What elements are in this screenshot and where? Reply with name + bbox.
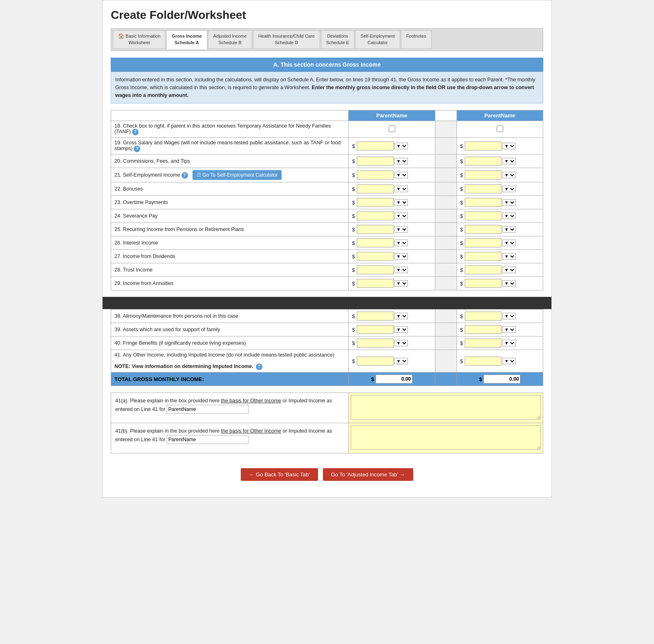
dropdown-40-p1[interactable]: ▼: [394, 340, 408, 346]
total-p1-value[interactable]: 0.00: [376, 375, 412, 384]
input-21-p2[interactable]: [465, 171, 502, 180]
checkbox-18-p1[interactable]: [389, 126, 395, 132]
dropdown-39-p2[interactable]: ▼: [502, 326, 516, 333]
section-info: Information entered in this section, inc…: [111, 72, 543, 103]
explain-41b-parent-input[interactable]: [167, 435, 249, 444]
section-header: A. This section concerns Gross Income: [111, 58, 543, 72]
input-23-p1[interactable]: [357, 198, 394, 207]
explain-row-b: 41(b). Please explain in the box provide…: [111, 423, 543, 453]
input-25-p2[interactable]: [465, 225, 502, 234]
help-icon-41[interactable]: ?: [256, 364, 262, 370]
input-19-p1[interactable]: [357, 141, 394, 150]
help-icon-18[interactable]: ?: [132, 129, 139, 135]
input-41-p1[interactable]: [357, 357, 394, 366]
tab-health-insurance[interactable]: Health Insurance/Child Care Schedule D: [253, 30, 320, 49]
dropdown-41-p1[interactable]: ▼: [394, 358, 408, 364]
dropdown-38-p1[interactable]: ▼: [394, 313, 408, 319]
input-39-p2[interactable]: [465, 325, 502, 334]
tab-adjusted-income[interactable]: Adjusted Income Schedule B: [208, 30, 252, 49]
tab-basic[interactable]: 🏠 Basic Information Worksheet: [113, 30, 166, 49]
self-employment-calculator-button[interactable]: ☶ Go To Self-Employment Calculator: [193, 170, 282, 180]
tab-bar: 🏠 Basic Information Worksheet Gross Inco…: [111, 28, 543, 51]
income-table-2: 38. Alimony/Maintenance from persons not…: [111, 309, 543, 386]
dropdown-21-p2[interactable]: ▼: [502, 172, 516, 178]
dropdown-19-p1[interactable]: ▼: [394, 143, 408, 149]
input-27-p2[interactable]: [465, 252, 502, 261]
dropdown-25-p1[interactable]: ▼: [394, 226, 408, 233]
total-p2-value[interactable]: 0.00: [484, 375, 520, 384]
dropdown-20-p1[interactable]: ▼: [394, 158, 408, 164]
table-row: 23. Overtime Payments $ ▼ $ ▼: [111, 196, 543, 209]
table-row: 26. Interest Income $ ▼ $ ▼: [111, 236, 543, 250]
explain-41a-parent-input[interactable]: [167, 405, 249, 414]
input-26-p1[interactable]: [357, 238, 394, 247]
note-label: NOTE: View information on determining Im…: [114, 364, 253, 369]
tab-gross-income[interactable]: Gross Income Schedule A: [166, 30, 207, 49]
dropdown-23-p2[interactable]: ▼: [502, 199, 516, 206]
help-icon-19[interactable]: ?: [134, 146, 140, 152]
input-20-p1[interactable]: [357, 157, 394, 166]
dropdown-23-p1[interactable]: ▼: [394, 199, 408, 206]
input-23-p2[interactable]: [465, 198, 502, 207]
input-40-p1[interactable]: [357, 339, 394, 348]
input-22-p1[interactable]: [357, 184, 394, 193]
dropdown-29-p2[interactable]: ▼: [502, 280, 516, 287]
page-title: Create Folder/Worksheet: [111, 9, 543, 22]
dropdown-22-p2[interactable]: ▼: [502, 186, 516, 192]
input-28-p2[interactable]: [465, 265, 502, 274]
dropdown-24-p1[interactable]: ▼: [394, 213, 408, 219]
input-26-p2[interactable]: [465, 238, 502, 247]
dropdown-28-p2[interactable]: ▼: [502, 267, 516, 273]
dropdown-24-p2[interactable]: ▼: [502, 213, 516, 219]
input-28-p1[interactable]: [357, 265, 394, 274]
table-row: 20. Commissions, Fees, and Tips $ ▼ $ ▼: [111, 155, 543, 168]
dropdown-29-p1[interactable]: ▼: [394, 280, 408, 287]
help-icon-21[interactable]: ?: [181, 172, 188, 179]
tab-footnotes[interactable]: Footnotes: [401, 30, 432, 49]
input-21-p1[interactable]: [357, 171, 394, 180]
next-button[interactable]: Go To 'Adjusted Income Tab' →: [323, 468, 413, 481]
input-22-p2[interactable]: [465, 184, 502, 193]
input-29-p2[interactable]: [465, 279, 502, 288]
dropdown-39-p1[interactable]: ▼: [394, 326, 408, 333]
table-row: 18. Check box to right, if parent in thi…: [111, 121, 543, 138]
dropdown-26-p1[interactable]: ▼: [394, 240, 408, 246]
dropdown-21-p1[interactable]: ▼: [394, 172, 408, 178]
table-row: 19. Gross Salary and Wages (will not inc…: [111, 138, 543, 155]
parent1-header: ParentName: [349, 110, 435, 121]
explain-41a-textarea[interactable]: [351, 395, 541, 420]
input-29-p1[interactable]: [357, 279, 394, 288]
table-row: 38. Alimony/Maintenance from persons not…: [111, 310, 543, 323]
checkbox-18-p2[interactable]: [497, 126, 503, 132]
input-19-p2[interactable]: [465, 141, 502, 150]
input-25-p1[interactable]: [357, 225, 394, 234]
dropdown-19-p2[interactable]: ▼: [502, 143, 516, 149]
input-27-p1[interactable]: [357, 252, 394, 261]
tab-self-employment[interactable]: Self-Employment Calculator: [355, 30, 400, 49]
dropdown-38-p2[interactable]: ▼: [502, 313, 516, 319]
table-row: 41. Any Other Income, including Imputed …: [111, 350, 543, 372]
input-24-p1[interactable]: [357, 211, 394, 220]
dropdown-22-p1[interactable]: ▼: [394, 186, 408, 192]
input-20-p2[interactable]: [465, 157, 502, 166]
dropdown-26-p2[interactable]: ▼: [502, 240, 516, 246]
table-row: 29. Income from Annuities $ ▼ $ ▼: [111, 277, 543, 290]
dropdown-20-p2[interactable]: ▼: [502, 158, 516, 164]
input-38-p2[interactable]: [465, 312, 502, 321]
dropdown-27-p1[interactable]: ▼: [394, 253, 408, 260]
explain-41b-textarea[interactable]: [351, 425, 541, 450]
dropdown-28-p1[interactable]: ▼: [394, 267, 408, 273]
input-24-p2[interactable]: [465, 211, 502, 220]
dropdown-27-p2[interactable]: ▼: [502, 253, 516, 260]
input-39-p1[interactable]: [357, 325, 394, 334]
input-40-p2[interactable]: [465, 339, 502, 348]
back-button[interactable]: ← Go Back To 'Basic Tab': [241, 468, 318, 481]
dropdown-25-p2[interactable]: ▼: [502, 226, 516, 233]
dropdown-41-p2[interactable]: ▼: [502, 358, 516, 364]
explanation-table: 41(a). Please explain in the box provide…: [111, 393, 543, 453]
input-38-p1[interactable]: [357, 312, 394, 321]
table-row: 22. Bonuses $ ▼ $ ▼: [111, 182, 543, 196]
tab-deviations[interactable]: Deviations Schedule E: [321, 30, 354, 49]
input-41-p2[interactable]: [465, 357, 502, 366]
dropdown-40-p2[interactable]: ▼: [502, 340, 516, 346]
